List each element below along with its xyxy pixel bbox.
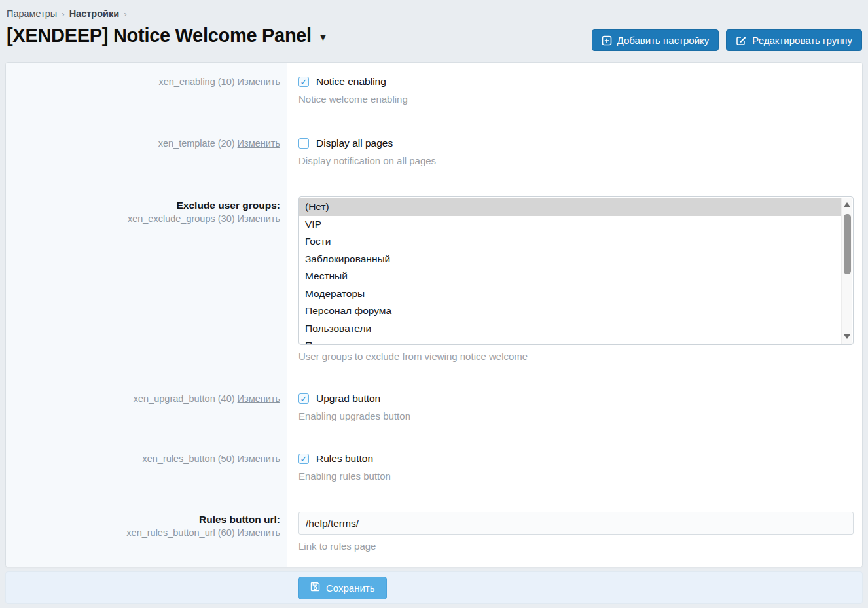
listbox-option[interactable]: Пользователи xyxy=(299,320,841,338)
setting-description: Enabling upgrades button xyxy=(298,410,854,421)
checkbox-icon[interactable]: ✓ xyxy=(298,77,309,87)
setting-description: Enabling rules button xyxy=(298,471,854,482)
check-mark-icon: ✓ xyxy=(300,395,308,403)
checkbox-icon[interactable]: ✓ xyxy=(298,393,309,404)
listbox-option[interactable]: Модераторы xyxy=(299,285,841,303)
checkbox-icon[interactable]: ✓ xyxy=(298,454,309,464)
exclude-groups-listbox: (Нет) VIP Гости Заблокированный Местный … xyxy=(298,196,854,345)
setting-control-cell: Link to rules page xyxy=(287,500,862,567)
save-button-label: Сохранить xyxy=(326,582,375,594)
edit-setting-link[interactable]: Изменить xyxy=(238,528,280,538)
setting-title: Rules button url: xyxy=(12,514,280,526)
setting-control-cell: ✓ Display all pages Display notification… xyxy=(287,124,862,186)
edit-group-button-label: Редактировать группу xyxy=(752,35,852,46)
listbox-option[interactable]: Местный xyxy=(299,268,841,285)
setting-row-xen-template: xen_template (20) Изменить ✓ Display all… xyxy=(6,124,862,186)
setting-label-cell: xen_enabling (10) Изменить xyxy=(6,63,287,124)
setting-label-cell: Exclude user groups: xen_exclude_groups … xyxy=(6,186,287,380)
listbox-option-clipped[interactable]: П xyxy=(299,337,841,345)
edit-setting-link[interactable]: Изменить xyxy=(238,393,280,404)
rules-url-input[interactable] xyxy=(298,512,854,535)
listbox-option[interactable]: Гости xyxy=(299,233,841,251)
header-buttons: Добавить настройку Редактировать группу xyxy=(592,29,862,51)
checkbox-row[interactable]: ✓ Upgrad button xyxy=(298,393,380,404)
edit-setting-link[interactable]: Изменить xyxy=(238,454,280,464)
setting-meta: xen_upgrad_button (40) xyxy=(134,393,235,404)
setting-meta: xen_rules_button_url (60) xyxy=(126,528,234,538)
breadcrumb-separator: › xyxy=(62,9,64,19)
edit-setting-link[interactable]: Изменить xyxy=(238,138,280,149)
setting-control-cell: (Нет) VIP Гости Заблокированный Местный … xyxy=(287,186,862,380)
checkbox-icon[interactable]: ✓ xyxy=(298,138,309,149)
edit-group-button[interactable]: Редактировать группу xyxy=(726,29,862,51)
setting-title: Exclude user groups: xyxy=(12,200,280,211)
edit-pencil-icon xyxy=(736,35,747,46)
setting-description: Link to rules page xyxy=(298,541,854,552)
edit-setting-link[interactable]: Изменить xyxy=(238,77,280,87)
setting-description: User groups to exclude from viewing noti… xyxy=(298,351,854,362)
page-title: [XENDEEP] Notice Welcome Panel xyxy=(7,25,312,46)
setting-label-cell: xen_upgrad_button (40) Изменить xyxy=(6,380,287,440)
add-setting-button-label: Добавить настройку xyxy=(617,35,710,46)
listbox-option[interactable]: Персонал форума xyxy=(299,302,841,320)
checkbox-label: Display all pages xyxy=(316,137,393,149)
checkbox-row[interactable]: ✓ Display all pages xyxy=(298,137,393,149)
add-setting-button[interactable]: Добавить настройку xyxy=(592,29,719,51)
breadcrumb-item-settings[interactable]: Настройки xyxy=(69,9,120,19)
setting-control-cell: ✓ Rules button Enabling rules button xyxy=(287,440,862,500)
setting-meta: xen_rules_button (50) xyxy=(142,454,234,464)
setting-description: Notice welcome enabling xyxy=(298,94,854,105)
scroll-down-icon[interactable] xyxy=(844,334,850,339)
setting-meta: xen_exclude_groups (30) xyxy=(128,213,235,224)
settings-form: xen_enabling (10) Изменить ✓ Notice enab… xyxy=(5,62,863,567)
setting-description: Display notification on all pages xyxy=(298,155,854,166)
plus-square-icon xyxy=(602,35,612,46)
setting-row-xen-rules-button: xen_rules_button (50) Изменить ✓ Rules b… xyxy=(6,440,862,500)
checkbox-row[interactable]: ✓ Notice enabling xyxy=(298,76,386,88)
setting-label-cell: xen_rules_button (50) Изменить xyxy=(6,440,287,500)
setting-label-cell: xen_template (20) Изменить xyxy=(6,124,287,186)
scroll-up-icon[interactable] xyxy=(844,202,850,207)
scrollbar-thumb[interactable] xyxy=(844,214,851,274)
page-title-menu[interactable]: [XENDEEP] Notice Welcome Panel ▼ xyxy=(7,25,328,46)
setting-label-cell: Rules button url: xen_rules_button_url (… xyxy=(6,500,287,567)
breadcrumb: Параметры›Настройки› xyxy=(7,9,863,19)
floppy-disk-icon xyxy=(310,582,320,594)
checkbox-label: Upgrad button xyxy=(316,393,380,404)
setting-row-xen-enabling: xen_enabling (10) Изменить ✓ Notice enab… xyxy=(6,63,862,124)
breadcrumb-separator: › xyxy=(124,9,126,19)
setting-control-cell: ✓ Upgrad button Enabling upgrades button xyxy=(287,380,862,440)
breadcrumb-item-parameters[interactable]: Параметры xyxy=(7,9,57,19)
listbox-option[interactable]: (Нет) xyxy=(299,198,841,216)
listbox-option[interactable]: Заблокированный xyxy=(299,251,841,268)
listbox-scrollbar[interactable] xyxy=(841,198,852,344)
setting-meta: xen_enabling (10) xyxy=(158,77,234,87)
setting-row-xen-exclude-groups: Exclude user groups: xen_exclude_groups … xyxy=(6,186,862,380)
check-mark-icon: ✓ xyxy=(300,455,308,463)
save-button[interactable]: Сохранить xyxy=(298,577,387,599)
form-footer: Сохранить xyxy=(5,571,863,604)
setting-control-cell: ✓ Notice enabling Notice welcome enablin… xyxy=(287,63,862,124)
checkbox-row[interactable]: ✓ Rules button xyxy=(298,453,373,465)
page-header: Параметры›Настройки› [XENDEEP] Notice We… xyxy=(0,0,868,62)
edit-setting-link[interactable]: Изменить xyxy=(238,213,280,224)
setting-row-xen-rules-button-url: Rules button url: xen_rules_button_url (… xyxy=(6,500,862,567)
listbox-option[interactable]: VIP xyxy=(299,216,841,234)
checkbox-label: Notice enabling xyxy=(316,76,386,88)
chevron-down-icon: ▼ xyxy=(318,29,328,43)
setting-meta: xen_template (20) xyxy=(158,138,235,149)
checkbox-label: Rules button xyxy=(316,453,373,465)
setting-row-xen-upgrad-button: xen_upgrad_button (40) Изменить ✓ Upgrad… xyxy=(6,380,862,440)
check-mark-icon: ✓ xyxy=(300,78,308,86)
